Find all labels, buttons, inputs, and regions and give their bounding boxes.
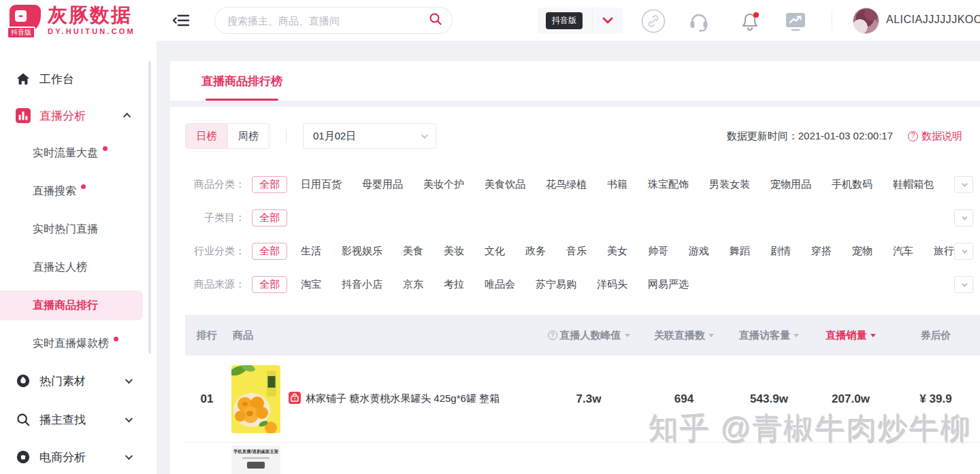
filter-option[interactable]: 鞋帽箱包 [893, 178, 934, 191]
column-visitors-sortable[interactable]: 直播访客量 [728, 329, 810, 342]
notification-dot [103, 146, 108, 151]
monitor-chart-icon[interactable] [783, 8, 808, 34]
product-name[interactable]: 林家铺子 糖水黄桃水果罐头 425g*6罐 整箱 [306, 392, 500, 405]
filter-all-chip[interactable]: 全部 [252, 243, 287, 260]
filter-label: 商品分类： [185, 178, 245, 191]
expand-filter-button[interactable] [954, 276, 973, 293]
brand-domain: DY.HUITUN.COM [48, 28, 135, 35]
sidebar-item-realtime-traffic[interactable]: 实时流量大盘 [0, 139, 143, 167]
filter-option[interactable]: 穿搭 [811, 245, 832, 258]
filter-option[interactable]: 美妆个护 [423, 178, 464, 191]
sidebar-item-live-analysis[interactable]: 直播分析 [0, 102, 157, 129]
filter-option[interactable]: 书籍 [607, 178, 627, 191]
expand-filter-button[interactable] [954, 243, 973, 260]
filter-option[interactable]: 宠物 [852, 245, 872, 258]
sidebar-item-live-search[interactable]: 直播搜索 [0, 177, 143, 205]
sidebar-item-label: 播主查找 [39, 412, 86, 428]
price-value: ¥ 39.9 [892, 392, 980, 406]
toolbar: 日榜 周榜 01月02日 数据更新时间：2021-01-03 02:00:17 … [170, 107, 980, 149]
notification-dot [114, 337, 118, 341]
sidebar-item-label: 实时直播爆款榜 [33, 337, 109, 351]
sidebar-item-live-product-rank[interactable]: 直播商品排行 [0, 290, 143, 320]
filter-option[interactable]: 美食饮品 [485, 178, 525, 191]
filter-option[interactable]: 文化 [485, 245, 505, 258]
filter-option[interactable]: 抖音小店 [342, 278, 382, 291]
table-row[interactable]: 01 [185, 356, 980, 443]
question-circle-icon: ? [548, 331, 557, 340]
filter-option[interactable]: 男装女装 [709, 178, 750, 191]
link-icon[interactable] [640, 8, 666, 34]
sidebar-item-realtime-hot-live[interactable]: 实时热门直播 [0, 216, 143, 243]
filter-option[interactable]: 旅行 [934, 245, 954, 258]
shop-icon [15, 449, 31, 465]
filter-all-chip[interactable]: 全部 [252, 276, 287, 293]
column-peak-sortable[interactable]: ? 直播人数峰值 [538, 329, 640, 342]
data-help-link[interactable]: ? 数据说明 [908, 130, 962, 143]
username[interactable]: ALICIAJJJJJJKOOK [886, 14, 980, 26]
sidebar-item-realtime-hot-products[interactable]: 实时直播爆款榜 [0, 330, 143, 357]
sidebar-item-workbench[interactable]: 工作台 [0, 65, 157, 92]
chevron-down-icon [125, 415, 133, 422]
product-image[interactable] [231, 365, 280, 433]
product-image[interactable]: 手机直播/追剧桌面支架 [231, 445, 280, 474]
filter-option[interactable]: 汽车 [893, 245, 913, 258]
filter-option[interactable]: 手机数码 [832, 178, 872, 191]
filter-option[interactable]: 美妆 [444, 245, 464, 258]
filter-option[interactable]: 唯品会 [485, 278, 515, 291]
filter-option[interactable]: 舞蹈 [730, 245, 750, 258]
filter-option[interactable]: 剧情 [770, 245, 791, 258]
search-icon[interactable] [429, 12, 442, 29]
filter-row-source: 商品来源： 全部 淘宝 抖音小店 京东 考拉 唯品会 苏宁易购 洋码头 网易严选 [170, 268, 980, 301]
filter-all-chip[interactable]: 全部 [252, 209, 287, 226]
version-switcher[interactable]: 抖音版 [538, 7, 623, 33]
filter-option[interactable]: 花鸟绿植 [546, 178, 587, 191]
search-input[interactable] [227, 15, 429, 27]
filter-option[interactable]: 网易严选 [648, 278, 689, 291]
filter-option[interactable]: 美食 [403, 245, 423, 258]
filter-option[interactable]: 政务 [525, 245, 546, 258]
collapse-menu-icon[interactable] [172, 12, 190, 32]
sidebar-item-live-talent-rank[interactable]: 直播达人榜 [0, 254, 143, 281]
chevron-down-icon [421, 132, 428, 139]
filter-option[interactable]: 母婴用品 [362, 178, 403, 191]
brand-logo-icon: 抖音版 [10, 5, 41, 36]
sidebar-item-label: 热门素材 [39, 373, 86, 389]
filter-row-subcategory: 子类目： 全部 [170, 201, 980, 235]
expand-filter-button[interactable] [954, 209, 973, 226]
headset-icon[interactable] [686, 8, 712, 34]
filter-option[interactable]: 美女 [607, 245, 627, 258]
daily-rank-button[interactable]: 日榜 [186, 124, 227, 148]
weekly-rank-button[interactable]: 周榜 [227, 124, 269, 148]
filter-option[interactable]: 洋码头 [597, 278, 627, 291]
sidebar-scrollbar[interactable] [148, 61, 151, 354]
filter-option[interactable]: 淘宝 [301, 278, 321, 291]
filter-option[interactable]: 游戏 [689, 245, 709, 258]
sidebar-item-finder[interactable]: 播主查找 [0, 406, 157, 433]
avatar[interactable] [853, 7, 879, 34]
filter-option[interactable]: 宠物用品 [770, 178, 811, 191]
bell-icon[interactable] [737, 8, 763, 34]
sidebar-item-ecommerce[interactable]: 电商分析 [0, 443, 157, 471]
filter-option[interactable]: 考拉 [444, 278, 464, 291]
filter-option[interactable]: 京东 [403, 278, 423, 291]
filter-option[interactable]: 苏宁易购 [536, 278, 576, 291]
table-row-partial[interactable]: 手机直播/追剧桌面支架 [185, 443, 980, 474]
filter-option[interactable]: 珠宝配饰 [648, 178, 689, 191]
chevron-down-icon [125, 376, 133, 384]
column-sales-sortable-active[interactable]: 直播销量 [810, 329, 892, 342]
brand-logo[interactable]: 抖音版 灰豚数据 DY.HUITUN.COM [10, 5, 135, 36]
filter-option[interactable]: 日用百货 [301, 178, 342, 191]
sidebar-item-hot-material[interactable]: 热门素材 [0, 367, 157, 394]
expand-filter-button[interactable] [954, 176, 973, 193]
filter-option[interactable]: 帅哥 [648, 245, 668, 258]
filter-option[interactable]: 影视娱乐 [342, 245, 382, 258]
home-icon [15, 71, 31, 87]
filter-all-chip[interactable]: 全部 [252, 176, 287, 193]
sidebar-item-label: 工作台 [39, 71, 74, 87]
filter-option[interactable]: 音乐 [566, 245, 587, 258]
column-related-sortable[interactable]: 关联直播数 [640, 329, 728, 342]
date-select[interactable]: 01月02日 [303, 123, 436, 149]
tab-live-product-rank[interactable]: 直播商品排行榜 [201, 61, 282, 101]
bar-chart-icon [15, 107, 31, 124]
filter-option[interactable]: 生活 [301, 245, 321, 258]
